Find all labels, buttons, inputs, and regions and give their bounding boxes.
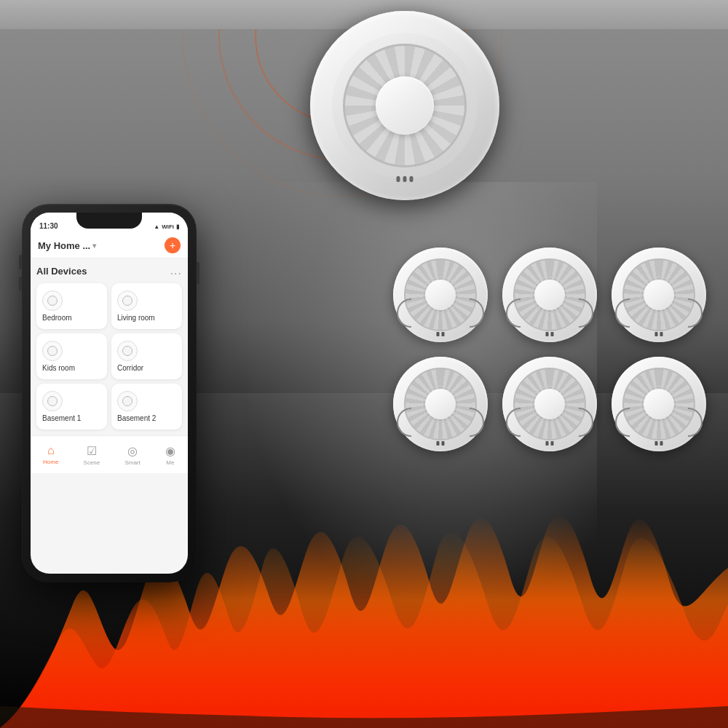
nav-label-scene: Scene	[84, 459, 100, 466]
section-header: All Devices ...	[36, 264, 182, 277]
home-title-container[interactable]: My Home ... ▾	[38, 240, 96, 251]
app-header: My Home ... ▾ +	[31, 233, 188, 258]
device-card-corridor[interactable]: Corridor	[111, 333, 182, 379]
volume-up-button	[19, 255, 22, 269]
power-button	[197, 262, 199, 284]
nav-icon-smart: ◎	[127, 444, 138, 458]
device-icon-living-room	[117, 290, 138, 311]
phone-screen: 11:30 ▲ WiFi ▮ My Home ... ▾ +	[31, 213, 188, 574]
devices-section: All Devices ... Bedroom Living room Kids…	[31, 258, 188, 435]
all-devices-title: All Devices	[36, 266, 87, 277]
small-detector-4	[393, 357, 488, 451]
device-card-basement-1[interactable]: Basement 1	[36, 384, 107, 430]
device-name-basement-2: Basement 2	[117, 414, 176, 422]
more-icon: ...	[170, 264, 182, 277]
nav-item-me[interactable]: ◉Me	[165, 444, 175, 466]
add-button[interactable]: +	[165, 237, 181, 253]
small-detector-3	[612, 248, 706, 342]
phone-body: 11:30 ▲ WiFi ▮ My Home ... ▾ +	[22, 204, 197, 582]
device-card-living-room[interactable]: Living room	[111, 283, 182, 329]
device-card-bedroom[interactable]: Bedroom	[36, 283, 107, 329]
home-title-text: My Home ...	[38, 240, 90, 251]
volume-down-button	[19, 277, 22, 291]
device-name-basement-1: Basement 1	[42, 414, 101, 422]
small-detectors-grid	[393, 248, 706, 451]
device-name-bedroom: Bedroom	[42, 314, 101, 322]
nav-icon-scene: ☑	[87, 444, 97, 458]
wifi-icon: WiFi	[162, 223, 174, 230]
bottom-nav: ⌂Home☑Scene◎Smart◉Me	[31, 435, 188, 473]
small-detector-2	[502, 248, 597, 342]
nav-label-me: Me	[166, 459, 174, 466]
nav-icon-me: ◉	[165, 444, 175, 458]
device-icon-corridor	[117, 341, 138, 361]
device-icon-bedroom	[42, 290, 63, 311]
device-icon-kids-room	[42, 341, 63, 361]
signal-icon: ▲	[154, 223, 159, 230]
device-name-living-room: Living room	[117, 314, 176, 322]
main-smoke-detector	[303, 11, 507, 178]
small-detector-6	[612, 357, 706, 451]
nav-icon-home: ⌂	[47, 444, 55, 457]
status-time: 11:30	[39, 222, 58, 230]
device-icon-basement-1	[42, 391, 63, 411]
nav-label-smart: Smart	[124, 459, 140, 466]
nav-item-smart[interactable]: ◎Smart	[124, 444, 140, 466]
device-name-kids-room: Kids room	[42, 364, 101, 372]
small-detector-5	[502, 357, 597, 451]
nav-label-home: Home	[43, 459, 58, 465]
phone-notch	[76, 213, 142, 229]
battery-icon: ▮	[176, 223, 179, 230]
device-name-corridor: Corridor	[117, 364, 176, 372]
add-icon: +	[170, 240, 175, 251]
dropdown-icon: ▾	[92, 242, 96, 250]
device-card-basement-2[interactable]: Basement 2	[111, 384, 182, 430]
device-card-kids-room[interactable]: Kids room	[36, 333, 107, 379]
small-detector-1	[393, 248, 488, 342]
nav-item-home[interactable]: ⌂Home	[43, 444, 58, 465]
device-grid: Bedroom Living room Kids room Corridor B…	[36, 283, 182, 430]
nav-item-scene[interactable]: ☑Scene	[84, 444, 100, 466]
device-icon-basement-2	[117, 391, 138, 411]
status-icons: ▲ WiFi ▮	[154, 223, 179, 230]
phone-mockup: 11:30 ▲ WiFi ▮ My Home ... ▾ +	[22, 204, 197, 582]
